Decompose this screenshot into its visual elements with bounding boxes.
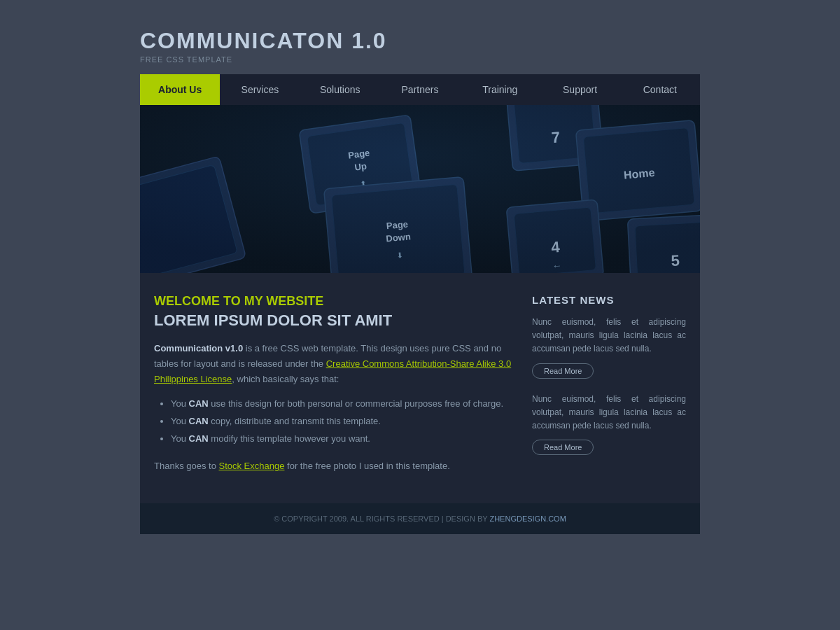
main-nav: About Us Services Solutions Partners Tra… <box>140 74 700 105</box>
footer-link[interactable]: ZHENGDESIGN.COM <box>489 514 566 523</box>
stock-exchange-link[interactable]: Stock Exchange <box>219 461 285 471</box>
welcome-heading-yellow: WELCOME TO MY WEBSITE <box>154 294 518 309</box>
thanks-pre: Thanks goes to <box>154 461 219 471</box>
nav-item-solutions[interactable]: Solutions <box>300 74 380 105</box>
main-content: WELCOME TO MY WEBSITE LOREM IPSUM DOLOR … <box>154 294 518 482</box>
news-item-2: Nunc euismod, felis et adipiscing volutp… <box>532 393 686 456</box>
nav-item-about[interactable]: About Us <box>140 74 220 105</box>
site-subtitle: FREE CSS TEMPLATE <box>140 55 700 64</box>
news-text-1: Nunc euismod, felis et adipiscing volutp… <box>532 316 686 356</box>
nav-item-support[interactable]: Support <box>540 74 620 105</box>
intro-bold: Communication v1.0 <box>154 343 243 354</box>
main-wrapper: About Us Services Solutions Partners Tra… <box>140 74 700 503</box>
nav-item-partners[interactable]: Partners <box>380 74 460 105</box>
welcome-heading-white: LOREM IPSUM DOLOR SIT AMIT <box>154 312 518 330</box>
svg-rect-30 <box>140 105 700 273</box>
bullets-list: You CAN use this design for both persona… <box>171 396 518 447</box>
bullet-3: You CAN modify this template however you… <box>171 430 518 448</box>
sidebar: LATEST NEWS Nunc euismod, felis et adipi… <box>532 294 686 482</box>
intro-paragraph: Communication v1.0 is a free CSS web tem… <box>154 341 518 387</box>
news-item-1: Nunc euismod, felis et adipiscing volutp… <box>532 316 686 379</box>
hero-image: Page Up ⬆ 7 Home <box>140 105 700 273</box>
read-more-button-1[interactable]: Read More <box>532 363 594 379</box>
footer-text: © COPYRIGHT 2009. ALL RIGHTS RESERVED | … <box>274 514 489 523</box>
nav-item-services[interactable]: Services <box>220 74 300 105</box>
sidebar-title: LATEST NEWS <box>532 294 686 306</box>
nav-item-training[interactable]: Training <box>460 74 540 105</box>
nav-item-contact[interactable]: Contact <box>620 74 700 105</box>
link1-after: , which basically says that: <box>232 374 339 384</box>
thanks-paragraph: Thanks goes to Stock Exchange for the fr… <box>154 458 518 474</box>
keyboard-visual: Page Up ⬆ 7 Home <box>140 105 700 273</box>
thanks-post: for the free photo I used in this templa… <box>284 461 449 471</box>
bullet-1: You CAN use this design for both persona… <box>171 396 518 413</box>
read-more-button-2[interactable]: Read More <box>532 440 594 455</box>
site-footer: © COPYRIGHT 2009. ALL RIGHTS RESERVED | … <box>140 503 700 534</box>
content-area: WELCOME TO MY WEBSITE LOREM IPSUM DOLOR … <box>140 273 700 503</box>
site-header: COMMUNICATON 1.0 FREE CSS TEMPLATE <box>140 14 700 74</box>
bullet-2: You CAN copy, distribute and transmit th… <box>171 413 518 430</box>
news-text-2: Nunc euismod, felis et adipiscing volutp… <box>532 393 686 433</box>
site-title: COMMUNICATON 1.0 <box>140 28 700 54</box>
